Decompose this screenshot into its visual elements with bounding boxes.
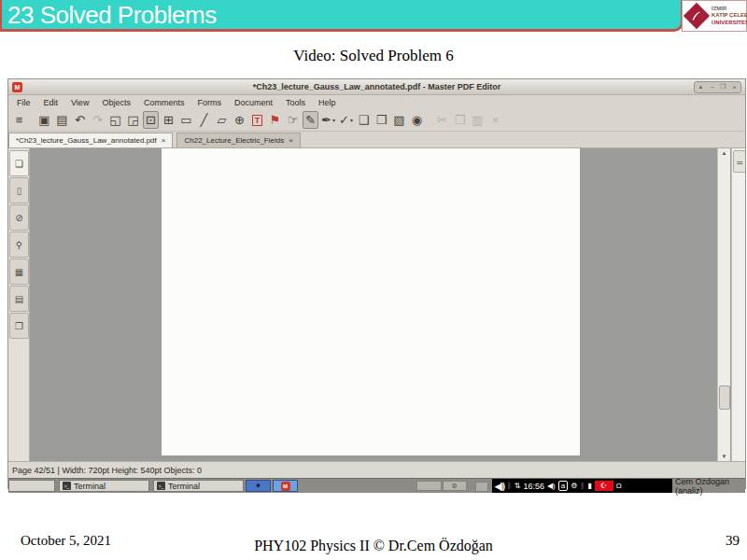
save-as-button[interactable]: ▤ [54, 111, 70, 129]
close-icon[interactable]: × [162, 136, 166, 145]
save-button[interactable]: ▣ [36, 111, 52, 129]
menu-forms[interactable]: Forms [190, 98, 228, 107]
menu-comments[interactable]: Comments [137, 98, 191, 107]
taskbar-app-button-1[interactable]: ● [246, 480, 271, 492]
undo-button[interactable]: ↶ [72, 111, 88, 129]
menu-objects[interactable]: Objects [95, 98, 137, 107]
edit-objects-tool[interactable]: ⊡ [143, 111, 159, 129]
network-icon[interactable]: ⇅ [514, 482, 521, 490]
sticky-note-tool[interactable]: ❑ [356, 111, 372, 129]
university-logo: İZMİR KATİP ÇELEBİ ÜNİVERSİTESİ [682, 0, 747, 32]
crop-tool[interactable]: ▭ [178, 111, 194, 129]
workspace-2[interactable]: ⚙ [443, 481, 468, 491]
delete-button[interactable]: × [487, 111, 503, 129]
document-viewport: ❏ ▯ ⊘ ⚲ ▦ ▤ ❐ ▲ ▼ ⚌ [8, 148, 745, 461]
bell-icon[interactable]: Ω [616, 482, 622, 490]
clock[interactable]: 16:56 [523, 482, 544, 491]
menu-tools[interactable]: Tools [279, 98, 312, 107]
desktop-taskbar: >_ Terminal >_ Terminal ● M ⚙ ◀)) ᛒ ⇅ 16… [8, 478, 745, 493]
properties-toggle-icon[interactable]: ⚌ [733, 150, 745, 173]
taskbar-window-stub[interactable] [8, 480, 55, 492]
pages-panel-icon[interactable]: ❐ [9, 313, 29, 339]
quill-logo-icon [684, 3, 710, 29]
shade-window-button[interactable]: ▴ [696, 82, 706, 92]
toolbar-separator [427, 119, 432, 120]
scrollbar-thumb[interactable] [719, 385, 730, 410]
keyboard-layout-indicator[interactable]: a [558, 481, 568, 491]
tab-ch22-electric-fields[interactable]: Ch22_Lecture_Electric_Fields × [176, 133, 300, 147]
left-panel-bar: ❏ ▯ ⊘ ⚲ ▦ ▤ ❐ [8, 148, 30, 461]
pdf-page[interactable] [162, 148, 580, 455]
text-box-tool[interactable]: T [249, 111, 265, 129]
taskbar-terminal-2[interactable]: >_ Terminal [153, 480, 244, 492]
thumbnails-panel-icon[interactable]: ❏ [9, 150, 29, 176]
close-icon[interactable]: × [289, 136, 293, 145]
scroll-down-icon[interactable]: ▼ [718, 452, 730, 461]
redo-button[interactable]: ↷ [90, 111, 106, 129]
slide-header: 23 Solved Problems [0, 0, 684, 32]
attachments-panel-icon[interactable]: ⊘ [9, 204, 29, 231]
text-annotation-tool[interactable]: ❒ [374, 111, 389, 129]
menu-document[interactable]: Document [228, 98, 279, 107]
master-pdf-editor-window: M *Ch23_lecture_Gauss_Law_annotated.pdf … [7, 78, 746, 489]
chevron-down-icon[interactable]: ▾ [332, 117, 335, 123]
volume-small-icon[interactable]: ◀) [547, 482, 556, 490]
vertical-scrollbar[interactable]: ▲ ▼ [717, 148, 730, 461]
maximize-button[interactable]: ❐ [718, 82, 728, 92]
university-logo-text: İZMİR KATİP ÇELEBİ ÜNİVERSİTESİ [712, 6, 747, 26]
slide-subtitle: Video: Solved Problem 6 [0, 47, 747, 65]
menu-edit[interactable]: Edit [37, 98, 65, 107]
menu-view[interactable]: View [64, 98, 95, 107]
paste-button[interactable]: ▥ [470, 111, 486, 129]
menu-file[interactable]: File [10, 98, 37, 107]
checkmark-tool[interactable]: ✓▾ [338, 111, 354, 129]
copy-button[interactable]: ❐ [452, 111, 468, 129]
toolbar: ≡ ▣ ▤ ↶ ↷ ◱ ◲ ⊡ ⊞ ▭ ╱ ▱ ⊕ T ⚑ ☞ ✎ ✒▾ ✓▾ … [8, 109, 745, 132]
page-status-text: Page 42/51 | Width: 720pt Height: 540pt … [12, 466, 202, 475]
terminal-icon: >_ [157, 482, 165, 490]
taskbar-terminal-1[interactable]: >_ Terminal [59, 480, 149, 492]
scroll-up-icon[interactable]: ▲ [718, 148, 730, 158]
zoom-marquee-tool[interactable]: ⊞ [161, 111, 176, 129]
page-title: 23 Solved Problems [2, 0, 681, 30]
battery-icon[interactable]: ▮ [587, 482, 591, 490]
image-tool[interactable]: ▧ [391, 111, 407, 129]
layers-panel-icon[interactable]: ▦ [9, 259, 29, 285]
window-controls: ▴ − ❐ × [694, 81, 741, 93]
pencil-tool[interactable]: ✎ [303, 111, 318, 129]
hand-tool[interactable]: ☞ [285, 111, 301, 129]
snapshot-tool[interactable]: ◉ [409, 111, 425, 129]
polygon-tool[interactable]: ▱ [214, 111, 230, 129]
menu-help[interactable]: Help [312, 98, 343, 107]
cut-button[interactable]: ✂ [434, 111, 450, 129]
bluetooth-icon[interactable]: ᛒ [507, 482, 512, 490]
chevron-down-icon[interactable]: ▾ [350, 117, 353, 123]
show-desktop-icon[interactable] [475, 482, 488, 492]
fit-page-button[interactable]: ◱ [107, 111, 123, 129]
taskbar-app-button-pdf-editor[interactable]: M [273, 480, 298, 492]
menu-bar: File Edit View Objects Comments Forms Do… [8, 95, 745, 109]
fit-width-button[interactable]: ◲ [125, 111, 141, 129]
terminal-icon: >_ [63, 482, 71, 490]
bluetooth-icon[interactable]: ᛒ [580, 482, 585, 490]
turkish-flag-icon[interactable]: ☪ [595, 481, 613, 491]
minimize-button[interactable]: − [707, 82, 717, 92]
tab-ch23-gauss-law[interactable]: *Ch23_lecture_Gauss_Law_annotated.pdf × [8, 133, 173, 147]
document-tabbar: *Ch23_lecture_Gauss_Law_annotated.pdf × … [8, 132, 745, 148]
close-button[interactable]: × [729, 82, 740, 92]
workspace-1[interactable] [416, 481, 442, 491]
footer-page-number: 39 [726, 533, 740, 549]
gear-icon[interactable]: ⚙ [571, 482, 577, 490]
highlighter-tool[interactable]: ✒▾ [320, 111, 336, 129]
app-globe-icon: ● [256, 482, 261, 490]
line-tool[interactable]: ╱ [196, 111, 212, 129]
main-menu-button[interactable]: ≡ [11, 111, 27, 129]
target-tool[interactable]: ⊕ [232, 111, 247, 129]
footer-course: PHY102 Physics II © Dr.Cem Özdoğan [0, 538, 747, 554]
callout-tool[interactable]: ⚑ [267, 111, 283, 129]
signatures-panel-icon[interactable]: ▤ [9, 286, 29, 312]
search-panel-icon[interactable]: ⚲ [9, 231, 29, 258]
volume-icon[interactable]: ◀)) [495, 482, 504, 491]
bookmarks-panel-icon[interactable]: ▯ [9, 177, 29, 203]
window-titlebar[interactable]: M *Ch23_lecture_Gauss_Law_annotated.pdf … [8, 79, 745, 95]
